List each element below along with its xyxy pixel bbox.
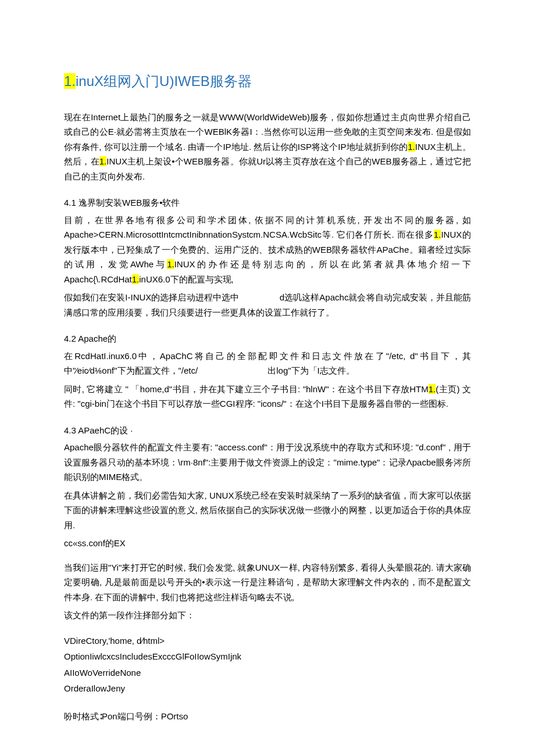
intro-block: 现在在Internet上最热门的服务之一就是WWW(WorldWideWeb)服…: [64, 110, 471, 184]
paragraph: 同时, 它将建立 " 「home,d"书目，井在其下建立三个子书目: "hlnW…: [64, 382, 471, 411]
spacer: [64, 697, 471, 703]
paragraph: 在具体讲解之前，我们必需告知大家, UNUX系统己经在安装时就采纳了一系列的缺省…: [64, 488, 471, 533]
paragraph: 吩时格式∶Pon端口号例：POrtso: [64, 709, 471, 724]
page-title: 1.inuX组网入门U)IWEB服务器: [64, 70, 471, 94]
paragraph: 目前，在世界各地有很多公司和学术团体, 依据不同的计算机系统, 开发出不同的服务…: [64, 213, 471, 287]
paragraph: Apache眼分器软件的配置文件主要有: "access.conf"：用于没况系…: [64, 440, 471, 485]
section-4-1-body: 目前，在世界各地有很多公司和学术团体, 依据不同的计算机系统, 开发出不同的服务…: [64, 213, 471, 320]
highlight: 1.: [434, 230, 441, 239]
paragraph: cc«ss.conf的EX: [64, 536, 471, 551]
text-run: INUX主机上架设•个WEB服务器。你就Ur以将主页存放在这个自己的WEB服务器…: [64, 156, 471, 181]
text-run: 假如我们在安装I-INUX的选择启动进程中选中: [64, 292, 239, 302]
spacer: [64, 554, 471, 560]
section-4-3-head: 4.3 APaehC的设 ·: [64, 423, 471, 438]
highlight: 1.: [167, 259, 174, 269]
paragraph: 当我们运用"Yi"来打开它的时候, 我们会发觉, 就象UNUX一样, 内容特别繁…: [64, 560, 471, 605]
section-4-2-body: 在RcdHatI.inux6.0中，ApaChC将自己的全部配即文件和日志文件放…: [64, 349, 471, 411]
paragraph: 该文件的第一段作注择部分如下：: [64, 608, 471, 623]
code-line: AIIoWoVerrideNone: [64, 665, 471, 680]
title-highlight: 1.: [64, 73, 76, 89]
code-line: OrderaIlowJeny: [64, 681, 471, 696]
text-run: 出log"下为「I志文件。: [268, 366, 355, 375]
section-4-3-body: Apache眼分器软件的配置文件主要有: "access.conf"：用于没况系…: [64, 440, 471, 723]
code-line: OptionIiwlcxcsIncludesExcccGlFoIIowSymIj…: [64, 649, 471, 664]
spacer: [64, 626, 471, 632]
text-run: inUX6.0下的配置与实现,: [139, 274, 234, 284]
section-4-1-head: 4.1 逸界制安装WEB服务•软件: [64, 195, 471, 210]
highlight: 1.: [408, 142, 415, 152]
text-run: 同时, 它将建立 " 「home,d"书目，井在其下建立三个子书目: "hlnW…: [64, 384, 429, 394]
paragraph: 假如我们在安装I-INUX的选择启动进程中选中d选叽这样Apachc就会将自动完…: [64, 290, 471, 320]
highlight: 1.: [429, 384, 436, 394]
title-text: inuX组网入门U)IWEB服务器: [76, 73, 252, 89]
highlight: 1.: [132, 274, 140, 284]
spacer: [64, 703, 471, 709]
text-run: 目前，在世界各地有很多公司和学术团体, 依据不同的计算机系统, 开发出不同的服务…: [64, 215, 471, 240]
section-4-2-head: 4.2 Apache的: [64, 331, 471, 346]
intro-paragraph: 现在在Internet上最热门的服务之一就是WWW(WorldWideWeb)服…: [64, 110, 471, 184]
document-page: 1.inuX组网入门U)IWEB服务器 现在在Internet上最热门的服务之一…: [0, 0, 535, 756]
code-line: VDireCtory,'home, d⁄html>: [64, 633, 471, 648]
highlight: 1.: [99, 156, 107, 166]
paragraph: 在RcdHatI.inux6.0中，ApaChC将自己的全部配即文件和日志文件放…: [64, 349, 471, 378]
